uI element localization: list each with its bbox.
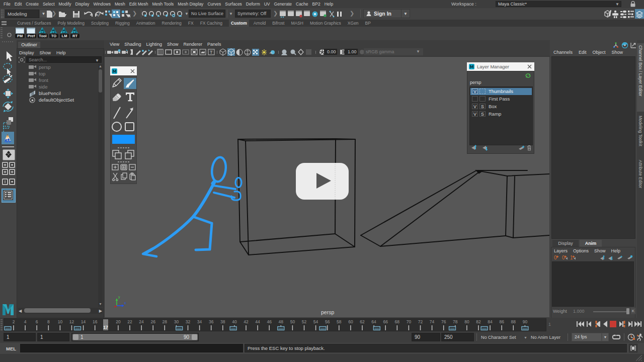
svg-text:front: front: [39, 77, 48, 83]
svg-text:0: 0: [554, 255, 557, 260]
svg-text:82: 82: [476, 319, 481, 324]
svg-text:persp: persp: [321, 309, 334, 315]
svg-text:74: 74: [430, 319, 435, 324]
svg-text:56: 56: [325, 319, 330, 324]
svg-text:8: 8: [47, 319, 50, 324]
svg-text:72: 72: [418, 319, 423, 324]
svg-text:52: 52: [302, 319, 307, 324]
svg-text:64: 64: [371, 319, 376, 324]
svg-text:defaultObjectSet: defaultObjectSet: [39, 97, 74, 103]
svg-text:12: 12: [69, 319, 74, 324]
svg-text:62: 62: [360, 319, 365, 324]
svg-text:42: 42: [244, 319, 249, 324]
svg-text:28: 28: [163, 319, 168, 324]
svg-text:32: 32: [186, 319, 191, 324]
svg-text:66: 66: [383, 319, 388, 324]
svg-text:30: 30: [174, 319, 179, 324]
svg-text:78: 78: [453, 319, 458, 324]
svg-text:76: 76: [441, 319, 446, 324]
svg-text:86: 86: [499, 319, 504, 324]
svg-text:16: 16: [93, 319, 98, 324]
svg-text:68: 68: [395, 319, 400, 324]
svg-text:0: 0: [562, 255, 565, 260]
svg-text:38: 38: [220, 319, 225, 324]
svg-text:T: T: [210, 50, 213, 55]
svg-text:48: 48: [279, 319, 284, 324]
svg-text:24: 24: [139, 319, 144, 324]
svg-text:44: 44: [255, 319, 260, 324]
svg-text:90: 90: [523, 319, 528, 324]
svg-text:60: 60: [348, 319, 353, 324]
svg-text:54: 54: [313, 319, 318, 324]
svg-text:6: 6: [36, 319, 38, 324]
svg-text:persp: persp: [39, 64, 51, 70]
svg-text:22: 22: [127, 319, 132, 324]
svg-text:top: top: [39, 71, 45, 76]
svg-text:88: 88: [511, 319, 516, 324]
svg-text:40: 40: [232, 319, 237, 324]
svg-text:80: 80: [464, 319, 469, 324]
svg-text:50: 50: [290, 319, 295, 324]
svg-text:36: 36: [209, 319, 214, 324]
svg-text:20: 20: [116, 319, 121, 324]
svg-text:y: y: [118, 295, 120, 299]
svg-text:70: 70: [407, 319, 412, 324]
svg-text:side: side: [39, 84, 47, 89]
svg-text:14: 14: [81, 319, 86, 324]
svg-text:34: 34: [197, 319, 202, 324]
svg-text:x: x: [124, 301, 126, 305]
svg-text:26: 26: [150, 319, 155, 324]
svg-text:bluePencil: bluePencil: [39, 90, 61, 96]
svg-text:4: 4: [24, 319, 27, 324]
svg-text:10: 10: [58, 319, 63, 324]
svg-text:84: 84: [488, 319, 493, 324]
svg-text:58: 58: [337, 319, 342, 324]
svg-text:2: 2: [13, 319, 15, 324]
svg-text:46: 46: [267, 319, 272, 324]
svg-text:1: 1: [570, 255, 573, 260]
